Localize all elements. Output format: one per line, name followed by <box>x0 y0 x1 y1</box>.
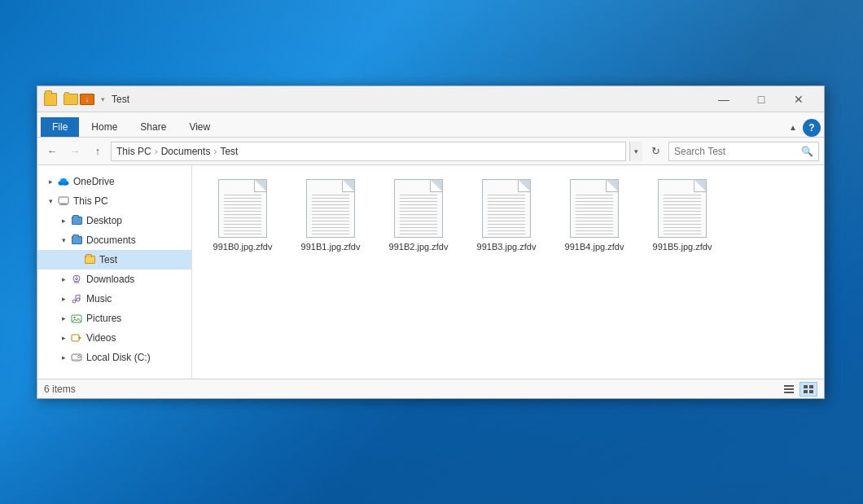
back-button[interactable]: ← <box>42 142 62 161</box>
file-item-3[interactable]: 991B3.jpg.zfdv <box>466 173 547 258</box>
expand-arrow-thispc[interactable] <box>44 195 57 208</box>
svg-rect-22 <box>809 385 813 388</box>
file-grid: 991B0.jpg.zfdv <box>202 173 814 258</box>
expand-arrow-pictures[interactable] <box>57 312 70 325</box>
help-button[interactable]: ? <box>803 119 821 137</box>
sidebar-label-videos: Videos <box>86 332 116 344</box>
sidebar-item-test[interactable]: Test <box>37 250 191 270</box>
tab-view[interactable]: View <box>178 116 221 137</box>
file-item-1[interactable]: 991B1.jpg.zfdv <box>290 173 371 258</box>
address-bar: ← → ↑ This PC › Documents › Test ▾ ↻ 🔍 <box>37 138 824 165</box>
file-item-5[interactable]: 991B5.jpg.zfdv <box>642 173 723 258</box>
sidebar-label-music: Music <box>86 293 112 305</box>
expand-arrow-music[interactable] <box>57 292 70 305</box>
file-item-0[interactable]: 991B0.jpg.zfdv <box>202 173 283 258</box>
svg-point-12 <box>73 317 75 318</box>
sidebar-item-documents[interactable]: Documents <box>37 230 191 250</box>
toolbar-undo-icon <box>64 94 78 105</box>
svg-point-9 <box>72 300 76 303</box>
file-item-2[interactable]: 991B2.jpg.zfdv <box>378 173 459 258</box>
svg-rect-21 <box>804 385 808 388</box>
toolbar-pin-icon: ↓ <box>80 94 94 105</box>
tab-home[interactable]: Home <box>81 116 128 137</box>
test-folder-icon <box>83 253 96 266</box>
window-controls: — □ ✕ <box>705 86 817 112</box>
svg-point-2 <box>60 178 67 183</box>
search-input[interactable] <box>674 146 801 157</box>
title-bar: ↓ ▾ Test — □ ✕ <box>37 86 824 112</box>
item-count: 6 items <box>44 383 76 395</box>
onedrive-icon <box>57 175 70 188</box>
sidebar-label-test: Test <box>99 254 117 265</box>
forward-button[interactable]: → <box>65 142 85 161</box>
sidebar-item-localdisk[interactable]: Local Disk (C:) <box>37 348 191 367</box>
title-folder-icon <box>44 93 57 106</box>
breadcrumb-documents[interactable]: Documents <box>161 146 211 157</box>
desktop-folder-icon <box>70 214 83 227</box>
close-button[interactable]: ✕ <box>780 86 817 112</box>
tab-share[interactable]: Share <box>129 116 177 137</box>
sidebar-label-pictures: Pictures <box>86 313 121 324</box>
refresh-button[interactable]: ↻ <box>646 142 665 161</box>
search-bar: 🔍 <box>668 142 819 161</box>
main-content: OneDrive This PC Desktop <box>37 165 824 379</box>
breadcrumb-bar[interactable]: This PC › Documents › Test <box>111 142 626 161</box>
file-name-4: 991B4.jpg.zfdv <box>565 241 624 252</box>
tab-file[interactable]: File <box>41 117 79 137</box>
sidebar: OneDrive This PC Desktop <box>37 165 192 379</box>
window-title: Test <box>112 94 705 105</box>
ribbon: File Home Share View ▲ ? <box>37 112 824 138</box>
svg-rect-5 <box>59 204 68 205</box>
breadcrumb-dropdown-btn[interactable]: ▾ <box>629 142 642 161</box>
status-bar: 6 items <box>37 379 824 398</box>
file-item-4[interactable]: 991B4.jpg.zfdv <box>554 173 635 258</box>
sidebar-label-localdisk: Local Disk (C:) <box>86 352 151 363</box>
breadcrumb-sep-2: › <box>213 146 217 157</box>
svg-point-10 <box>77 298 80 301</box>
sidebar-item-onedrive[interactable]: OneDrive <box>37 172 191 191</box>
search-submit-button[interactable]: 🔍 <box>801 146 813 157</box>
expand-arrow-videos[interactable] <box>57 331 70 344</box>
maximize-button[interactable]: □ <box>743 86 780 112</box>
view-toggle <box>780 382 817 397</box>
ribbon-tabs: File Home Share View ▲ ? <box>37 112 824 137</box>
sidebar-item-videos[interactable]: Videos <box>37 328 191 348</box>
svg-rect-24 <box>809 390 813 393</box>
sidebar-item-pictures[interactable]: Pictures <box>37 309 191 328</box>
breadcrumb-test[interactable]: Test <box>220 146 238 157</box>
music-icon <box>70 292 83 305</box>
ribbon-collapse-btn[interactable]: ▲ <box>783 117 803 137</box>
grid-view-button[interactable] <box>799 382 817 397</box>
downloads-icon <box>70 273 83 286</box>
expand-arrow-onedrive[interactable] <box>44 175 57 188</box>
file-icon-1 <box>306 179 355 238</box>
svg-point-17 <box>78 356 81 358</box>
sidebar-item-desktop[interactable]: Desktop <box>37 211 191 230</box>
documents-folder-icon <box>70 234 83 247</box>
sidebar-item-downloads[interactable]: Downloads <box>37 270 191 289</box>
list-view-icon <box>783 384 795 394</box>
breadcrumb-thispc[interactable]: This PC <box>116 146 151 157</box>
file-icon-2 <box>394 179 443 238</box>
up-button[interactable]: ↑ <box>88 142 107 161</box>
expand-arrow-documents[interactable] <box>57 234 70 247</box>
sidebar-item-music[interactable]: Music <box>37 289 191 309</box>
sidebar-item-thispc[interactable]: This PC <box>37 191 191 211</box>
breadcrumb-sep-1: › <box>155 146 158 157</box>
svg-rect-19 <box>784 388 794 390</box>
sidebar-label-thispc: This PC <box>73 195 108 207</box>
toolbar-separator: ▾ <box>101 95 105 103</box>
file-name-5: 991B5.jpg.zfdv <box>653 241 712 252</box>
svg-rect-13 <box>72 335 79 341</box>
file-name-1: 991B1.jpg.zfdv <box>301 241 361 252</box>
minimize-button[interactable]: — <box>705 86 743 112</box>
expand-arrow-desktop[interactable] <box>57 214 70 227</box>
expand-arrow-downloads[interactable] <box>57 273 70 286</box>
svg-rect-23 <box>804 390 808 393</box>
list-view-button[interactable] <box>780 382 798 397</box>
svg-rect-3 <box>59 197 68 204</box>
videos-icon <box>70 331 83 344</box>
expand-arrow-localdisk[interactable] <box>57 351 70 364</box>
thispc-icon <box>57 195 70 208</box>
file-name-2: 991B2.jpg.zfdv <box>389 241 449 252</box>
